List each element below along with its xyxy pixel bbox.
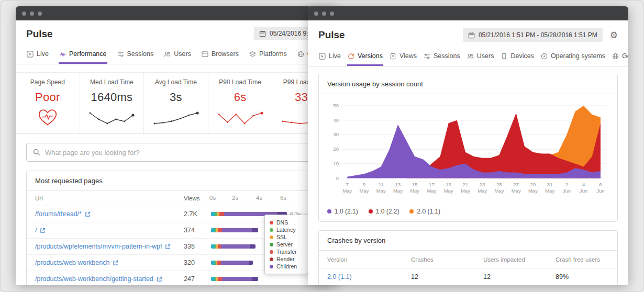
external-link-icon [40, 228, 46, 233]
legend-label: Server [276, 241, 293, 248]
tab-versions[interactable]: Versions [347, 50, 383, 66]
svg-text:19: 19 [446, 182, 451, 187]
tab-sessions[interactable]: Sessions [117, 48, 154, 64]
crashes-panel: Crashes by version Version Crashes Users… [318, 230, 618, 285]
panel-title: Crashes by version [319, 231, 617, 251]
legend-label: 2.0 (1.1) [417, 208, 440, 215]
views-value: 335 [184, 243, 211, 250]
app-title: Pulse [318, 29, 345, 41]
page-link[interactable]: /forums/thread/* [35, 210, 91, 218]
metric-label: P90 Load Time [210, 78, 270, 86]
page-link[interactable]: /products/web-workbench [35, 259, 118, 266]
page-link[interactable]: /products/wpfelements/mvvm-pattern-in-wp… [35, 243, 171, 250]
tab-bar: Live Versions Views Sessions Users Devic… [308, 46, 628, 66]
views-value: 320 [184, 259, 211, 266]
play-icon [27, 51, 34, 58]
window-header: Pulse 05/24/2016 9:41 AM [16, 20, 336, 44]
sparkline [87, 110, 136, 126]
load-time-bar [211, 277, 258, 281]
legend-item[interactable]: 2.0 (1.1) [409, 208, 440, 215]
app-title: Pulse [26, 28, 53, 40]
window-control-dot[interactable] [22, 12, 26, 16]
tab-live[interactable]: Live [26, 48, 49, 64]
tab-users[interactable]: Users [163, 48, 192, 64]
svg-text:4: 4 [582, 182, 585, 187]
tab-browsers[interactable]: Browsers [201, 48, 239, 64]
search-icon [33, 149, 40, 156]
external-link-icon [157, 276, 162, 282]
svg-text:May: May [359, 188, 369, 194]
metric-value: 3s [146, 91, 206, 104]
sparkline [152, 110, 200, 126]
window-control-dot[interactable] [314, 12, 318, 16]
device-icon [501, 53, 507, 60]
metric-med-load-time: Med Load Time 1640ms [80, 73, 145, 133]
pulse-icon [59, 51, 66, 58]
svg-text:10: 10 [334, 161, 339, 166]
crash-free-value: 89% [556, 273, 617, 280]
users-icon [164, 51, 171, 58]
svg-text:30: 30 [334, 131, 339, 137]
page-uri: /products/web-workbench [35, 259, 109, 266]
metrics-band: Page Speed Poor Med Load Time 1640ms Avg… [16, 72, 336, 134]
svg-text:0: 0 [336, 175, 339, 181]
legend-dot [270, 235, 273, 239]
tab-users[interactable]: Users [467, 50, 495, 66]
document-icon [390, 53, 396, 60]
svg-text:May: May [528, 188, 538, 194]
svg-text:20: 20 [334, 146, 339, 152]
load-time-bar [211, 228, 258, 232]
svg-text:May: May [410, 188, 419, 194]
legend-item-server: Server [270, 241, 303, 248]
col-header-uri: Uri [27, 195, 184, 201]
users-impacted-value: 12 [483, 273, 556, 280]
legend-dot [369, 209, 373, 214]
svg-text:7: 7 [346, 182, 349, 187]
metric-value: Poor [18, 91, 77, 104]
window-control-dot[interactable] [322, 12, 326, 16]
svg-text:2: 2 [565, 182, 568, 187]
legend-item[interactable]: 1.0 (2.2) [369, 208, 399, 215]
metric-avg-load-time: Avg Load Time 3s [144, 73, 208, 133]
tab-geo[interactable]: Geo [612, 50, 628, 66]
tab-sessions[interactable]: Sessions [423, 50, 461, 66]
legend-dot [327, 209, 331, 214]
metric-label: Page Speed [18, 78, 77, 86]
crashes-value: 12 [411, 273, 483, 280]
legend-item[interactable]: 1.0 (2.1) [327, 208, 358, 215]
legend-dot [270, 250, 273, 254]
svg-text:9: 9 [363, 182, 365, 187]
svg-text:50: 50 [334, 103, 339, 108]
tab-operating-systems[interactable]: Operating systems [540, 50, 606, 66]
tab-performance[interactable]: Performance [59, 48, 107, 64]
window-control-dot[interactable] [38, 12, 42, 16]
waterfall-legend-tooltip: DNS Latency SSL Server Transfer Render C… [264, 215, 308, 274]
tab-views[interactable]: Views [389, 50, 417, 66]
axis-tick: 2s [232, 195, 238, 201]
platforms-icon [249, 51, 256, 58]
search-input[interactable] [45, 149, 319, 156]
svg-text:6: 6 [599, 182, 602, 187]
version-link[interactable]: 2.0 (1.1) [327, 273, 352, 280]
axis-tick: 6s [280, 195, 286, 201]
legend-item-transfer: Transfer [270, 248, 303, 255]
legend-item-ssl: SSL [270, 233, 303, 241]
window-control-dot[interactable] [30, 12, 34, 16]
page-link[interactable]: /products/web-workbench/getting-started [35, 275, 162, 283]
window-control-dot[interactable] [330, 12, 334, 16]
svg-text:May: May [342, 188, 352, 194]
panel-title: Most requested pages [27, 171, 325, 191]
tab-platforms[interactable]: Platforms [249, 48, 287, 64]
gear-icon[interactable]: ⚙ [610, 31, 618, 40]
tab-live[interactable]: Live [318, 50, 341, 66]
table-header-row: Uri Views 0s 2s 4s 6s [27, 191, 325, 206]
window-header: Pulse 05/21/2016 1:51 PM - 05/28/2016 1:… [308, 20, 628, 46]
svg-text:29: 29 [530, 182, 536, 187]
tab-devices[interactable]: Devices [500, 50, 534, 66]
svg-text:15: 15 [412, 182, 418, 187]
window-titlebar [16, 6, 336, 20]
date-range-picker[interactable]: 05/21/2016 1:51 PM - 05/28/2016 1:51 PM [463, 28, 603, 42]
svg-text:May: May [512, 188, 521, 194]
svg-text:23: 23 [480, 182, 485, 187]
page-link[interactable]: / [35, 227, 46, 234]
